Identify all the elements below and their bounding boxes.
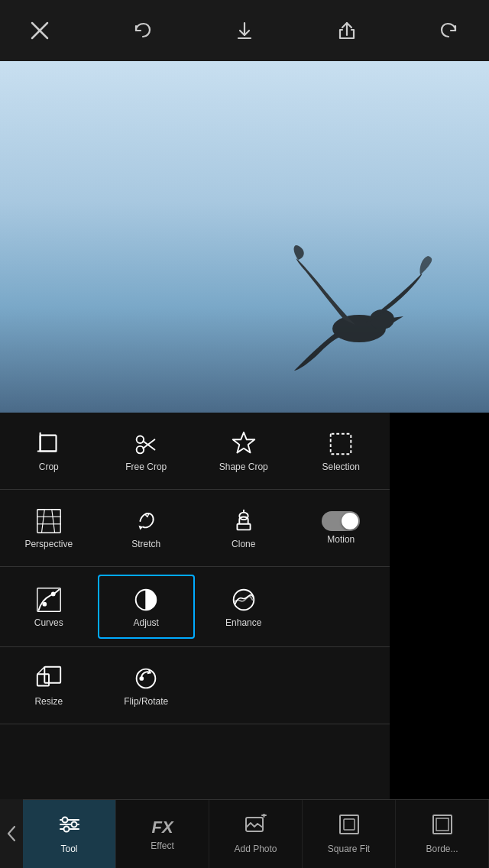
svg-line-13 [143,439,154,448]
tool-adjust[interactable]: Adjust [98,575,196,639]
bottom-nav: Tool FX Effect Add Photo Square Fit [0,799,489,868]
tool-resize-label: Resize [34,696,63,707]
nav-square-fit-label: Square Fit [328,844,370,854]
tool-crop-label: Crop [39,462,59,472]
tool-perspective[interactable]: Perspective [0,497,98,559]
tool-empty-3 [293,655,390,716]
svg-line-34 [37,667,45,675]
svg-point-36 [140,676,144,681]
tool-enhance-label: Enhance [225,617,261,628]
redo-button[interactable] [432,14,466,47]
square-fit-nav-icon [338,814,360,840]
tool-nav-icon [57,814,82,840]
svg-rect-16 [37,510,60,533]
tool-crop[interactable]: Crop [0,420,98,481]
svg-rect-46 [340,815,358,834]
tool-resize[interactable]: Resize [0,655,98,716]
undo-button[interactable] [125,14,159,47]
nav-add-photo[interactable]: Add Photo [209,800,303,868]
tool-row-3: Curves Adjust Enhance [0,567,390,647]
tool-row-2: Perspective Stretch Clone [0,490,390,567]
svg-point-11 [137,446,144,454]
tool-clone[interactable]: Clone [195,497,293,559]
svg-line-20 [52,510,55,533]
tool-free-crop-label: Free Crop [125,462,167,472]
tool-motion[interactable]: Motion [293,497,390,559]
tool-selection[interactable]: Selection [293,420,390,481]
tool-enhance[interactable]: Enhance [195,575,293,639]
nav-tool-label: Tool [60,844,77,854]
tool-shape-crop-label: Shape Crop [219,462,268,472]
motion-toggle[interactable] [322,511,360,531]
tool-clone-label: Clone [232,539,255,549]
nav-square-fit[interactable]: Square Fit [303,800,396,868]
svg-marker-14 [233,432,255,453]
svg-point-27 [42,602,47,607]
tool-stretch-label: Stretch [131,539,160,549]
svg-rect-23 [237,524,250,530]
nav-effect-label: Effect [151,840,173,851]
svg-rect-32 [37,674,49,685]
close-button[interactable] [23,14,57,47]
tool-panel: Crop Free Crop Shape Crop Selection [0,413,390,799]
tool-adjust-label: Adjust [134,617,159,628]
photo-canvas[interactable] [0,61,489,413]
svg-line-19 [41,510,44,533]
scroll-left-button[interactable] [0,799,23,868]
tool-empty-1 [293,575,390,639]
svg-rect-7 [40,436,56,452]
tool-curves-label: Curves [34,617,63,628]
nav-tool[interactable]: Tool [23,800,116,868]
tool-stretch[interactable]: Stretch [98,497,196,559]
nav-border-label: Borde... [426,844,458,854]
tool-perspective-label: Perspective [24,539,73,549]
tool-free-crop[interactable]: Free Crop [98,420,196,481]
svg-point-40 [62,818,67,823]
download-button[interactable] [228,14,261,47]
border-nav-icon [432,814,453,840]
effect-nav-icon: FX [151,818,173,837]
svg-rect-15 [331,434,351,455]
tool-flip-rotate[interactable]: Flip/Rotate [98,655,196,716]
top-bar [0,0,489,61]
svg-rect-49 [436,818,449,831]
svg-rect-47 [344,819,355,830]
add-photo-nav-icon [244,814,267,840]
tool-shape-crop[interactable]: Shape Crop [195,420,293,481]
tool-flip-rotate-label: Flip/Rotate [124,696,168,707]
tool-row-4: Resize Flip/Rotate [0,647,390,724]
tool-motion-label: Motion [327,534,355,545]
tool-empty-2 [195,655,293,716]
nav-effect[interactable]: FX Effect [116,800,209,868]
tool-row-1: Crop Free Crop Shape Crop Selection [0,413,390,490]
nav-border[interactable]: Borde... [396,800,489,868]
svg-point-42 [63,827,69,832]
bird-image [290,229,443,397]
tool-curves[interactable]: Curves [0,575,98,639]
svg-point-41 [71,822,76,828]
nav-add-photo-label: Add Photo [234,844,277,854]
svg-point-10 [137,436,144,444]
tool-selection-label: Selection [322,462,360,472]
share-button[interactable] [330,14,364,47]
svg-line-12 [143,441,154,449]
svg-point-24 [239,513,248,520]
svg-point-28 [51,592,56,597]
